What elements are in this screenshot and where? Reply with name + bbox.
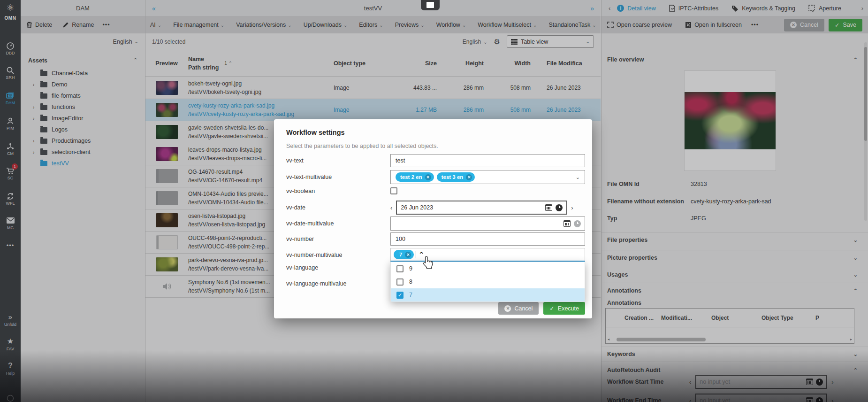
check-icon: ✓ — [549, 305, 554, 312]
option-checkbox-checked[interactable]: ✓ — [396, 292, 404, 299]
mouse-cursor — [422, 256, 434, 271]
vv-number-input[interactable]: 100 — [390, 232, 585, 246]
dropdown-option-7[interactable]: ✓ 7 — [391, 288, 585, 302]
modal-execute-button[interactable]: ✓ Execute — [543, 302, 585, 315]
modal-title: Workflow settings — [286, 129, 592, 136]
modal-cancel-button[interactable]: ✕ Cancel — [498, 302, 539, 315]
option-checkbox[interactable] — [396, 278, 404, 286]
workflow-settings-modal: Workflow settings Select the parameters … — [274, 119, 592, 318]
chip-remove-icon[interactable]: ✕ — [466, 174, 472, 180]
calendar-icon[interactable] — [545, 204, 552, 211]
clock-icon[interactable] — [574, 220, 581, 227]
chip-remove-icon[interactable]: ✕ — [425, 174, 431, 180]
number-multivalue-dropdown: 9 8 ✓ 7 — [390, 262, 585, 302]
vv-text-multivalue-input[interactable]: test 2 en✕ test 3 en✕ ⌄ — [390, 170, 585, 184]
calendar-icon[interactable] — [563, 220, 571, 227]
field-vv-number: vv-number 100 — [274, 232, 592, 246]
dropdown-option-8[interactable]: 8 — [391, 275, 585, 288]
app-window: ⚛ OMN DBD SRH DAM PIM CM 1 SC WFL — [0, 0, 868, 402]
value-chip[interactable]: 7✕ — [394, 250, 414, 259]
field-vv-text-multivalue: vv-text-multivalue test 2 en✕ test 3 en✕… — [274, 170, 592, 184]
clock-icon[interactable] — [556, 204, 563, 211]
vv-date-input[interactable]: 26 Jun 2023 — [396, 201, 567, 215]
field-vv-boolean: vv-boolean — [274, 187, 592, 194]
vv-number-multivalue-input[interactable]: 7✕ ⌃ — [390, 248, 585, 262]
field-vv-date-multivalue: vv-date-multivalue — [274, 216, 592, 231]
option-checkbox[interactable] — [396, 265, 404, 272]
dropdown-option-9[interactable]: 9 — [391, 262, 585, 275]
field-vv-date: vv-date ‹ 26 Jun 2023 › — [274, 201, 592, 215]
vv-date-multivalue-input[interactable] — [390, 216, 585, 231]
value-chip[interactable]: test 3 en✕ — [437, 172, 475, 182]
text-caret — [416, 251, 416, 258]
chevron-right-icon[interactable]: › — [571, 204, 573, 211]
chevron-down-icon[interactable]: ⌄ — [576, 174, 580, 180]
chip-remove-icon[interactable]: ✕ — [405, 252, 411, 258]
chevron-left-icon[interactable]: ‹ — [390, 204, 392, 211]
vv-text-input[interactable]: test — [390, 154, 585, 167]
vv-boolean-checkbox[interactable] — [390, 187, 397, 194]
value-chip[interactable]: test 2 en✕ — [396, 172, 434, 182]
x-circle-icon: ✕ — [504, 305, 511, 312]
screen-share-chip-icon — [421, 0, 440, 10]
modal-subtitle: Select the parameters to be applied to a… — [286, 143, 592, 149]
field-vv-text: vv-text test — [274, 154, 592, 167]
